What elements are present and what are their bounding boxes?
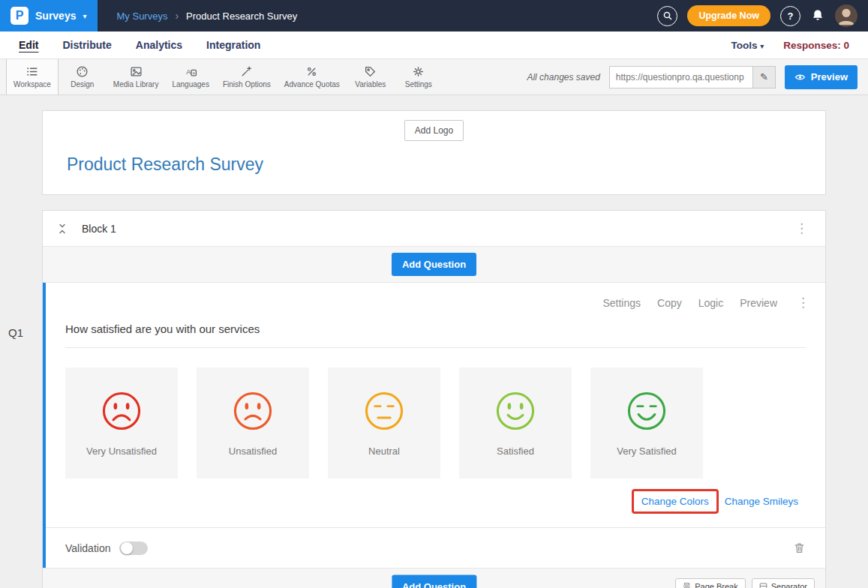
change-smileys-link[interactable]: Change Smileys bbox=[725, 496, 798, 507]
block-menu-icon[interactable]: ⋮ bbox=[792, 220, 812, 236]
product-menu[interactable]: P Surveys ▾ bbox=[0, 0, 98, 32]
validation-toggle[interactable] bbox=[119, 542, 148, 555]
question-menu-icon[interactable]: ⋮ bbox=[794, 295, 813, 310]
save-status: All changes saved bbox=[527, 72, 599, 82]
palette-icon bbox=[76, 65, 89, 78]
page-break-icon bbox=[683, 582, 691, 588]
smiley-option-label: Very Satisfied bbox=[617, 446, 677, 457]
add-logo-button[interactable]: Add Logo bbox=[404, 120, 464, 141]
smiley-option-neutral[interactable]: Neutral bbox=[328, 368, 440, 478]
question-text[interactable]: How satisfied are you with our services bbox=[65, 322, 806, 348]
toolbar-item-advance-quotas[interactable]: Advance Quotas bbox=[278, 59, 347, 94]
toolbar-right: All changes saved ✎ Preview bbox=[527, 59, 868, 94]
question-body: How satisfied are you with our services … bbox=[46, 322, 825, 514]
add-question-button-bottom[interactable]: Add Question bbox=[392, 574, 476, 588]
tag-icon bbox=[364, 65, 377, 78]
smiley-icon bbox=[494, 389, 537, 433]
smiley-icon bbox=[100, 389, 143, 433]
question-settings-link[interactable]: Settings bbox=[602, 297, 641, 309]
footer-buttons: Page Break Separator bbox=[675, 578, 815, 588]
workspace-icon bbox=[26, 65, 38, 78]
gear-icon bbox=[412, 65, 425, 78]
image-icon bbox=[130, 65, 143, 78]
user-avatar[interactable] bbox=[835, 4, 857, 27]
smiley-icon bbox=[362, 389, 406, 433]
breadcrumb: My Surveys › Product Research Survey bbox=[117, 10, 298, 22]
svg-text:a: a bbox=[193, 70, 195, 75]
edit-url-icon[interactable]: ✎ bbox=[752, 67, 775, 88]
question-logic-link[interactable]: Logic bbox=[698, 297, 723, 309]
collapse-block-icon[interactable] bbox=[56, 223, 68, 235]
survey-header-card: Add Logo Product Research Survey bbox=[42, 110, 826, 195]
toolbar-item-settings[interactable]: Settings bbox=[395, 59, 443, 94]
smiley-option-label: Very Unsatisfied bbox=[86, 446, 157, 457]
change-colors-link[interactable]: Change Colors bbox=[632, 489, 719, 514]
svg-text:A: A bbox=[186, 68, 191, 76]
percent-icon bbox=[305, 65, 318, 78]
question-actions: Settings Copy Logic Preview ⋮ bbox=[46, 283, 825, 310]
smiley-icon bbox=[231, 389, 275, 433]
help-icon[interactable]: ? bbox=[780, 6, 800, 26]
toolbar-item-design[interactable]: Design bbox=[59, 59, 107, 94]
smiley-links: Change Colors Change Smileys bbox=[65, 489, 806, 514]
smiley-option-label: Unsatisfied bbox=[229, 446, 277, 457]
toolbar-item-variables[interactable]: Variables bbox=[347, 59, 395, 94]
validation-label: Validation bbox=[65, 542, 110, 554]
tab-edit[interactable]: Edit bbox=[19, 39, 38, 51]
toolbar-item-languages[interactable]: AaLanguages bbox=[165, 59, 216, 94]
topbar: P Surveys ▾ My Surveys › Product Researc… bbox=[0, 0, 868, 32]
tab-integration[interactable]: Integration bbox=[206, 39, 260, 51]
add-question-button-top[interactable]: Add Question bbox=[392, 253, 476, 276]
survey-title[interactable]: Product Research Survey bbox=[67, 154, 825, 175]
toolbar-item-label: Media Library bbox=[113, 80, 159, 88]
smiley-option-label: Neutral bbox=[368, 446, 400, 457]
toolbar-item-label: Advance Quotas bbox=[284, 80, 340, 88]
breadcrumb-my-surveys[interactable]: My Surveys bbox=[117, 10, 168, 22]
question-preview-link[interactable]: Preview bbox=[740, 297, 777, 309]
delete-question-icon[interactable] bbox=[793, 542, 806, 554]
tab-analytics[interactable]: Analytics bbox=[136, 39, 182, 51]
preview-button[interactable]: Preview bbox=[785, 65, 857, 89]
product-name: Surveys bbox=[35, 10, 76, 22]
block-card: Block 1 ⋮ Add Question Q1 Settings Copy … bbox=[42, 210, 826, 588]
language-icon: Aa bbox=[185, 65, 197, 78]
question-copy-link[interactable]: Copy bbox=[657, 297, 682, 309]
toolbar-item-label: Finish Options bbox=[223, 80, 271, 88]
eye-icon bbox=[794, 73, 806, 82]
block-title: Block 1 bbox=[82, 223, 116, 235]
wand-icon bbox=[240, 65, 253, 78]
survey-canvas: Add Logo Product Research Survey Block 1… bbox=[0, 95, 868, 588]
upgrade-now-button[interactable]: Upgrade Now bbox=[687, 5, 770, 26]
survey-url-input[interactable] bbox=[610, 67, 752, 88]
smiley-option-satisfied[interactable]: Satisfied bbox=[459, 368, 572, 478]
validation-row: Validation bbox=[46, 527, 825, 568]
separator-button[interactable]: Separator bbox=[752, 578, 815, 588]
question-number: Q1 bbox=[8, 326, 23, 339]
smiley-options: Very UnsatisfiedUnsatisfiedNeutralSatisf… bbox=[65, 368, 806, 478]
breadcrumb-current: Product Research Survey bbox=[186, 10, 297, 22]
toolbar-item-finish-options[interactable]: Finish Options bbox=[216, 59, 278, 94]
question-section: Q1 Settings Copy Logic Preview ⋮ How sat… bbox=[43, 283, 825, 568]
section-tabs: Edit Distribute Analytics Integration To… bbox=[0, 32, 868, 59]
smiley-option-very-satisfied[interactable]: Very Satisfied bbox=[590, 368, 703, 478]
bell-icon[interactable] bbox=[810, 8, 825, 23]
toolbar-item-label: Design bbox=[71, 80, 94, 88]
add-question-row-top: Add Question bbox=[43, 247, 825, 283]
toolbar-item-media-library[interactable]: Media Library bbox=[107, 59, 166, 94]
toolbar-item-workspace[interactable]: Workspace bbox=[6, 59, 59, 94]
smiley-option-unsatisfied[interactable]: Unsatisfied bbox=[197, 368, 309, 478]
chevron-down-icon: ▾ bbox=[760, 42, 764, 50]
responses-count[interactable]: Responses: 0 bbox=[783, 40, 849, 51]
toolbar-item-label: Workspace bbox=[14, 80, 51, 88]
smiley-option-very-unsatisfied[interactable]: Very Unsatisfied bbox=[65, 368, 178, 478]
block-header: Block 1 ⋮ bbox=[43, 211, 825, 247]
toolbar-item-label: Languages bbox=[172, 80, 209, 88]
questionpro-logo: P bbox=[11, 7, 29, 25]
tabs-right: Tools ▾ Responses: 0 bbox=[731, 40, 849, 51]
tab-distribute[interactable]: Distribute bbox=[62, 39, 111, 51]
search-icon[interactable] bbox=[657, 6, 677, 26]
block-footer: Add Question Page Break Separator bbox=[43, 568, 825, 588]
toolbar-items: WorkspaceDesignMedia LibraryAaLanguagesF… bbox=[6, 59, 443, 94]
page-break-button[interactable]: Page Break bbox=[675, 578, 745, 588]
tools-menu[interactable]: Tools ▾ bbox=[731, 40, 764, 51]
